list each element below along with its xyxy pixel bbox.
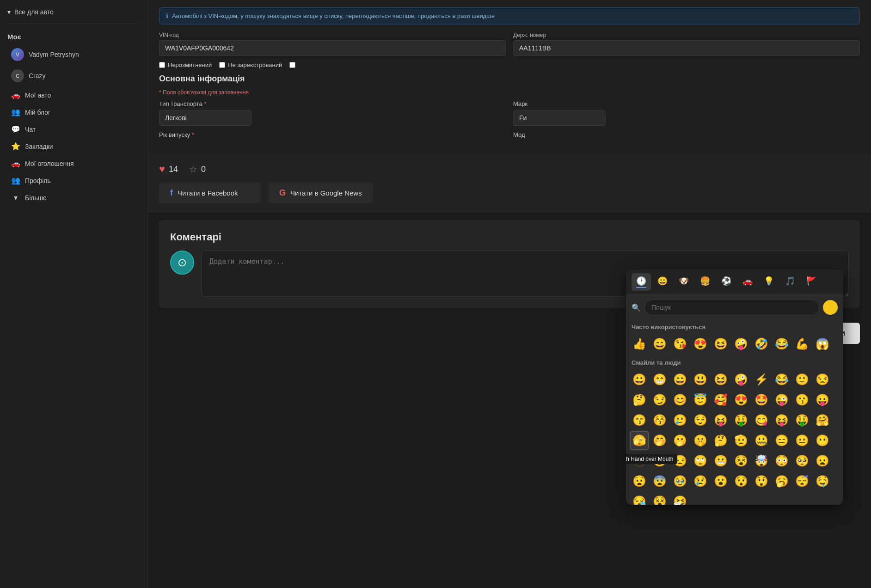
emoji-smirk2[interactable]: 😏 xyxy=(650,451,669,471)
google-button[interactable]: G Читати в Google News xyxy=(268,183,373,203)
emoji-scream[interactable]: 😱 xyxy=(813,334,832,354)
emoji-hushed[interactable]: 🤫 xyxy=(691,431,710,450)
emoji-relieved[interactable]: 😌 xyxy=(691,410,710,430)
emoji-tab-objects[interactable]: 💡 xyxy=(759,273,779,291)
checkbox-unregistered[interactable]: Не зареєстрований xyxy=(219,61,282,68)
emoji-laughing[interactable]: 😆 xyxy=(711,334,730,354)
sidebar-item-my-blog[interactable]: 👥 Мій блог xyxy=(4,104,144,120)
sidebar-item-profile[interactable]: 👥 Профіль xyxy=(4,172,144,189)
emoji-dizzy[interactable]: 😵 xyxy=(731,451,751,471)
emoji-halo[interactable]: 😇 xyxy=(691,390,710,410)
emoji-dizzy2[interactable]: 😵 xyxy=(650,492,669,505)
emoji-yawn[interactable]: 🥱 xyxy=(772,472,791,491)
emoji-tab-animals[interactable]: 🐶 xyxy=(674,273,693,291)
emoji-tab-symbols[interactable]: 🎵 xyxy=(780,273,800,291)
emoji-zany[interactable]: 🤪 xyxy=(731,334,751,354)
emoji-sleeping[interactable]: 😴 xyxy=(792,472,812,491)
emoji-blush[interactable]: 😊 xyxy=(670,390,690,410)
sidebar-dropdown[interactable]: ▾ Все для авто xyxy=(0,5,147,19)
emoji-shushing[interactable]: 🤭 xyxy=(650,431,669,450)
emoji-hushed2[interactable]: 😯 xyxy=(731,472,751,491)
emoji-wink-tongue[interactable]: 😜 xyxy=(772,390,791,410)
emoji-anguished[interactable]: 😧 xyxy=(630,472,649,491)
emoji-star-struck[interactable]: 🤩 xyxy=(752,390,771,410)
emoji-hugging[interactable]: 🤗 xyxy=(813,410,832,430)
emoji-flushed[interactable]: 😳 xyxy=(772,451,791,471)
emoji-gasp[interactable]: 🫢 xyxy=(670,431,690,450)
emoji-laugh[interactable]: 😆 xyxy=(711,370,730,389)
emoji-unamused2[interactable]: 😒 xyxy=(670,451,690,471)
emoji-tab-vehicles[interactable]: 🚗 xyxy=(738,273,757,291)
emoji-sleepy[interactable]: 😪 xyxy=(630,492,649,505)
sidebar-item-chat[interactable]: 💬 Чат xyxy=(4,121,144,137)
vin-input[interactable] xyxy=(159,40,506,56)
emoji-heart-eyes2[interactable]: 😍 xyxy=(731,390,751,410)
emoji-grin[interactable]: 😄 xyxy=(650,334,669,354)
emoji-hearts[interactable]: 🥰 xyxy=(711,390,730,410)
emoji-dotted[interactable]: 🫥 xyxy=(630,451,649,471)
emoji-search-input[interactable] xyxy=(644,300,819,315)
emoji-crazy[interactable]: 🤪 xyxy=(731,370,751,389)
emoji-tab-recent[interactable]: 🕐 xyxy=(632,273,651,291)
emoji-tear[interactable]: 🥹 xyxy=(670,472,690,491)
emoji-open-mouth[interactable]: 😮 xyxy=(711,472,730,491)
transport-select[interactable]: Легкові xyxy=(159,110,251,126)
emoji-grin2[interactable]: 😄 xyxy=(670,370,690,389)
emoji-slightly-smile[interactable]: 🙂 xyxy=(792,370,812,389)
emoji-exploding[interactable]: 🤯 xyxy=(752,451,771,471)
emoji-thinking2[interactable]: 🤔 xyxy=(711,431,730,450)
checkbox-extra-input[interactable] xyxy=(289,62,295,68)
emoji-tongue2[interactable]: 😝 xyxy=(772,410,791,430)
emoji-thumbsup[interactable]: 👍 xyxy=(630,334,649,354)
checkbox-unregistered-input[interactable] xyxy=(219,62,225,68)
emoji-tab-sports[interactable]: ⚽ xyxy=(717,273,736,291)
emoji-sneezing[interactable]: 🤧 xyxy=(670,492,690,505)
emoji-frowning[interactable]: 😦 xyxy=(813,451,832,471)
plate-input[interactable] xyxy=(513,40,860,56)
brand-input[interactable] xyxy=(513,110,606,126)
emoji-kiss[interactable]: 😘 xyxy=(670,334,690,354)
emoji-grimace[interactable]: 😬 xyxy=(711,451,730,471)
emoji-beaming[interactable]: 😁 xyxy=(650,370,669,389)
emoji-unamused[interactable]: 😒 xyxy=(813,370,832,389)
emoji-rofl[interactable]: 🤣 xyxy=(752,334,771,354)
sidebar-item-my-ads[interactable]: 🚗 Мої оголошення xyxy=(4,155,144,172)
emoji-grin3[interactable]: 😃 xyxy=(691,370,710,389)
emoji-zipper[interactable]: 🤐 xyxy=(752,431,771,450)
emoji-joy2[interactable]: 😂 xyxy=(772,370,791,389)
sidebar-item-crazy[interactable]: C Crazy xyxy=(4,66,144,86)
emoji-smirk[interactable]: 😏 xyxy=(650,390,669,410)
emoji-kissing[interactable]: 😗 xyxy=(792,390,812,410)
emoji-kissing-smile[interactable]: 😙 xyxy=(630,410,649,430)
emoji-flexed[interactable]: 💪 xyxy=(792,334,812,354)
emoji-heart-eyes[interactable]: 😍 xyxy=(691,334,710,354)
emoji-no-mouth[interactable]: 😶 xyxy=(813,431,832,450)
emoji-astonished[interactable]: 😲 xyxy=(752,472,771,491)
emoji-pleading[interactable]: 🥺 xyxy=(792,451,812,471)
emoji-money-mouth[interactable]: 🤑 xyxy=(731,410,751,430)
emoji-tab-smileys[interactable]: 😀 xyxy=(653,273,672,291)
emoji-expressionless[interactable]: 😑 xyxy=(772,431,791,450)
emoji-kissing-closed[interactable]: 😚 xyxy=(650,410,669,430)
emoji-tab-food[interactable]: 🍔 xyxy=(695,273,715,291)
emoji-money2[interactable]: 🤑 xyxy=(792,410,812,430)
sidebar-item-bookmarks[interactable]: ⭐ Закладки xyxy=(4,138,144,154)
emoji-neutral[interactable]: 😐 xyxy=(792,431,812,450)
emoji-holding-back[interactable]: 🥲 xyxy=(670,410,690,430)
emoji-yum[interactable]: 😋 xyxy=(752,410,771,430)
checkbox-uncleared-input[interactable] xyxy=(159,62,165,68)
sidebar-item-vadym[interactable]: V Vadym Petryshyn xyxy=(4,44,144,65)
emoji-zap[interactable]: ⚡ xyxy=(752,370,771,389)
emoji-joy[interactable]: 😂 xyxy=(772,334,791,354)
emoji-crying[interactable]: 😢 xyxy=(691,472,710,491)
sidebar-item-my-cars[interactable]: 🚗 Мої авто xyxy=(4,87,144,103)
emoji-tongue-wink[interactable]: 😝 xyxy=(711,410,730,430)
checkbox-uncleared[interactable]: Нерозмитнений xyxy=(159,61,212,68)
checkbox-extra[interactable] xyxy=(289,62,295,68)
emoji-tab-flags[interactable]: 🚩 xyxy=(802,273,821,291)
emoji-thinking[interactable]: 🤔 xyxy=(630,390,649,410)
emoji-tongue[interactable]: 😛 xyxy=(813,390,832,410)
emoji-fearful[interactable]: 😨 xyxy=(650,472,669,491)
sidebar-item-more[interactable]: ▾ Більше xyxy=(4,190,144,206)
emoji-grinning[interactable]: 😀 xyxy=(630,370,649,389)
